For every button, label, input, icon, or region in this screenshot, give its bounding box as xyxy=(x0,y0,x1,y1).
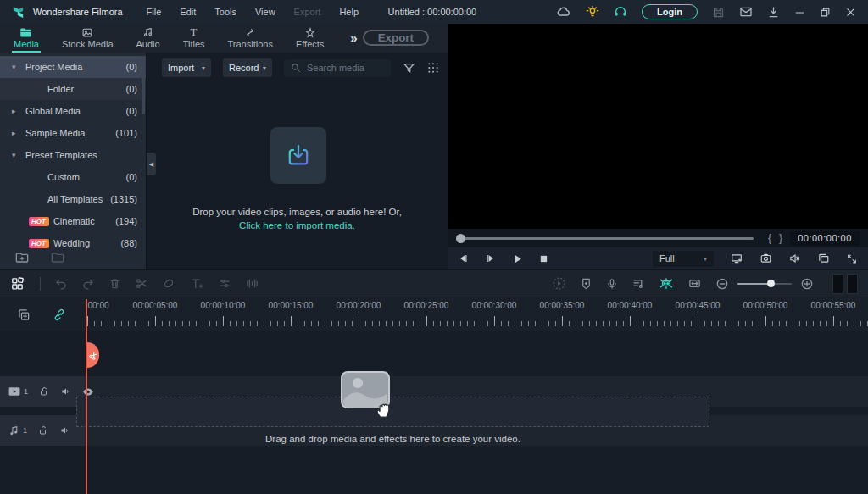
voiceover-mic-icon[interactable] xyxy=(606,277,618,291)
seek-knob[interactable] xyxy=(456,234,465,243)
hot-badge: HOT xyxy=(29,239,49,248)
fit-timeline-icon[interactable] xyxy=(687,277,702,290)
media-toolbar: Import▾ Record▾ xyxy=(162,57,439,79)
tab-media[interactable]: Media xyxy=(12,25,41,53)
render-preview-icon xyxy=(552,276,566,291)
track-mute-icon[interactable] xyxy=(60,386,71,397)
import-dropdown[interactable]: Import▾ xyxy=(162,58,211,77)
close-button[interactable] xyxy=(845,7,856,18)
manage-tracks-icon[interactable] xyxy=(17,308,31,321)
panel-layout-toggle[interactable] xyxy=(832,274,858,294)
record-dropdown[interactable]: Record▾ xyxy=(223,58,272,77)
play-button[interactable] xyxy=(512,253,523,264)
previous-frame-button[interactable] xyxy=(458,253,469,264)
audio-track-icon xyxy=(8,425,19,436)
audio-mixer-icon[interactable] xyxy=(632,277,645,290)
tab-transitions[interactable]: Transitions xyxy=(226,25,275,49)
track-visibility-eye-icon[interactable] xyxy=(82,387,94,397)
drop-hint-text: Drop your video clips, images, or audio … xyxy=(147,207,448,217)
filter-icon[interactable] xyxy=(403,62,415,75)
search-media-box[interactable] xyxy=(284,59,391,77)
feedback-mail-icon[interactable] xyxy=(739,5,753,19)
zoom-in-icon[interactable] xyxy=(800,277,814,291)
import-download-icon xyxy=(284,142,313,170)
media-folder-icon xyxy=(19,26,32,38)
collapse-sidebar-handle[interactable]: ◀ xyxy=(147,153,156,175)
mark-in-button[interactable]: { xyxy=(768,232,771,244)
import-media-link[interactable]: Click here to import media. xyxy=(147,220,448,230)
zoom-slider-knob[interactable] xyxy=(767,280,775,287)
sidebar-item-all-templates[interactable]: All Templates (1315) xyxy=(0,188,146,210)
login-button[interactable]: Login xyxy=(642,4,698,19)
audio-track-header: 1 xyxy=(0,415,85,446)
fullscreen-icon[interactable] xyxy=(846,253,858,264)
grid-view-icon[interactable] xyxy=(427,62,439,74)
timeline-ruler[interactable]: 00:00 00:00:05:00 00:00:10:00 00:00:15:0… xyxy=(87,301,868,313)
menu-edit[interactable]: Edit xyxy=(180,7,196,17)
transitions-icon xyxy=(244,26,256,38)
sidebar-item-global-media[interactable]: ▸ Global Media (0) xyxy=(0,100,146,122)
snapshot-camera-icon[interactable] xyxy=(760,253,772,264)
sidebar-item-preset-templates[interactable]: ▾ Preset Templates xyxy=(0,144,146,166)
preview-screen[interactable] xyxy=(448,24,868,229)
tips-bulb-icon[interactable] xyxy=(586,5,599,19)
search-input[interactable] xyxy=(307,63,384,73)
preview-zoom-dropdown[interactable]: Full▾ xyxy=(653,251,714,267)
timecode-display: 00:00:00:00 xyxy=(790,231,860,246)
track-lock-icon[interactable] xyxy=(39,386,49,397)
stock-media-icon xyxy=(81,26,93,38)
preview-seek-bar[interactable] xyxy=(456,237,754,240)
timeline-body: 1 1 xyxy=(0,331,868,494)
zoom-out-icon[interactable] xyxy=(715,277,729,291)
track-mute-icon[interactable] xyxy=(59,425,70,436)
support-headset-icon[interactable] xyxy=(614,5,627,19)
add-folder-icon[interactable] xyxy=(15,252,29,264)
chevron-down-icon: ▾ xyxy=(704,255,707,263)
timeline: 00:00 00:00:05:00 00:00:10:00 00:00:15:0… xyxy=(0,297,868,494)
more-tabs-chevron[interactable]: » xyxy=(350,31,355,45)
grab-frame-icon[interactable] xyxy=(817,253,830,264)
cloud-icon[interactable] xyxy=(557,5,571,19)
chevron-right-icon[interactable]: ▸ xyxy=(12,129,25,137)
mark-out-button[interactable]: } xyxy=(779,232,782,244)
sidebar-item-sample-media[interactable]: ▸ Sample Media (101) xyxy=(0,122,146,144)
adjust-sliders-icon xyxy=(218,277,231,290)
add-title-icon xyxy=(189,277,204,290)
menu-tools[interactable]: Tools xyxy=(214,7,236,17)
next-frame-button[interactable] xyxy=(485,253,496,264)
tab-effects[interactable]: Effects xyxy=(294,25,326,49)
download-icon[interactable] xyxy=(767,6,780,19)
volume-icon[interactable] xyxy=(788,253,801,264)
menu-view[interactable]: View xyxy=(255,7,275,17)
stop-button[interactable] xyxy=(539,254,548,264)
sidebar-item-project-media[interactable]: ▾ Project Media (0) xyxy=(0,56,146,78)
menu-file[interactable]: File xyxy=(147,7,162,17)
sidebar-item-cinematic[interactable]: HOT Cinematic (194) xyxy=(0,210,146,232)
timeline-zoom-slider[interactable] xyxy=(737,283,792,285)
marker-icon[interactable] xyxy=(580,277,593,291)
tab-stock-media[interactable]: Stock Media xyxy=(60,25,115,49)
track-lock-icon[interactable] xyxy=(38,425,48,436)
chevron-down-icon[interactable]: ▾ xyxy=(12,151,25,159)
preview-panel: { } 00:00:00:00 Full▾ xyxy=(448,24,868,269)
link-clips-icon[interactable] xyxy=(53,308,66,321)
playhead-line[interactable] xyxy=(86,299,87,494)
timeline-drop-zone[interactable] xyxy=(76,397,709,427)
restore-button[interactable] xyxy=(820,7,831,18)
tab-titles[interactable]: T Titles xyxy=(181,25,207,49)
chevron-right-icon[interactable]: ▸ xyxy=(12,107,25,115)
menu-help[interactable]: Help xyxy=(339,7,359,17)
sidebar-item-folder[interactable]: Folder (0) xyxy=(0,78,146,100)
workspace-blocks-icon[interactable] xyxy=(10,276,25,291)
tab-audio[interactable]: Audio xyxy=(135,25,162,49)
chevron-down-icon[interactable]: ▾ xyxy=(12,63,25,71)
preview-scrub-row: { } 00:00:00:00 xyxy=(448,229,868,247)
quick-split-mode-icon[interactable] xyxy=(659,276,674,291)
minimize-button[interactable] xyxy=(794,7,805,18)
media-sidebar: ▾ Project Media (0) Folder (0) ▸ Global … xyxy=(0,53,146,269)
sidebar-item-custom[interactable]: Custom (0) xyxy=(0,166,146,188)
secondary-display-icon[interactable] xyxy=(730,253,743,264)
hot-badge: HOT xyxy=(29,217,49,226)
import-drop-tile[interactable] xyxy=(270,127,326,184)
sidebar-scrollbar[interactable] xyxy=(142,57,145,114)
